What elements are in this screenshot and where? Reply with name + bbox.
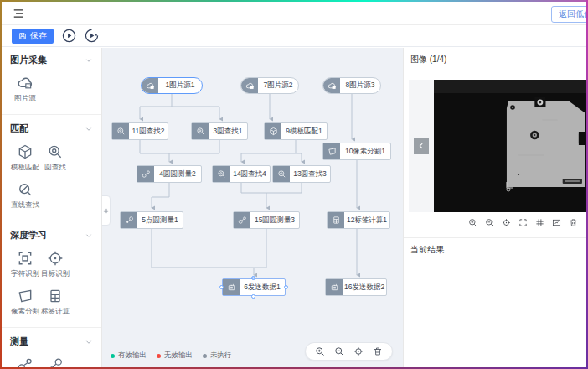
node-image-source-3[interactable]: 8图片源3 xyxy=(322,77,381,94)
circle-search-icon xyxy=(273,166,290,182)
current-results-title: 当前结果 xyxy=(410,244,444,256)
node-circle-search-1[interactable]: 3圆查找1 xyxy=(191,122,248,140)
workflow-canvas[interactable]: 1图片源1 7图片源2 8图片源3 11圆查找2 3圆查找1 9模板匹配1 10… xyxy=(102,48,403,367)
segmentation-icon xyxy=(17,288,34,304)
node-image-source-2[interactable]: 7图片源2 xyxy=(240,77,299,94)
chevron-down-icon[interactable] xyxy=(85,56,93,65)
menu-icon[interactable] xyxy=(12,8,25,19)
tool-circle-search[interactable]: 圆查找 xyxy=(41,143,70,173)
trash-icon[interactable] xyxy=(373,346,383,356)
node-circle-search-4[interactable]: 14圆查找4 xyxy=(212,165,271,183)
node-label: 5点圆测量1 xyxy=(137,212,183,228)
green-dot xyxy=(111,354,115,358)
circle-search-icon xyxy=(112,123,129,139)
tool-sidebar: 图片采集 图片源 匹配 模板匹配 xyxy=(2,48,102,367)
canvas-zoom-toolbar xyxy=(305,342,393,361)
save-label: 保存 xyxy=(30,30,47,42)
sidebar-collapse-handle[interactable] xyxy=(102,195,111,226)
image-viewer xyxy=(409,80,586,212)
node-circle-search-3[interactable]: 13圆查找3 xyxy=(272,165,331,183)
back-to-lowcode-button[interactable]: 返回低代 xyxy=(551,6,588,23)
node-label: 13圆查找3 xyxy=(290,166,330,182)
run-once-button[interactable] xyxy=(62,29,76,43)
status-legend: 有效输出 无效输出 未执行 xyxy=(111,351,232,361)
locate-icon[interactable] xyxy=(353,346,364,356)
image-panel-title: 图像 (1/4) xyxy=(410,54,446,65)
node-label: 3圆查找1 xyxy=(209,123,247,139)
grid-icon[interactable] xyxy=(535,218,544,227)
chevron-down-icon[interactable] xyxy=(85,125,93,133)
cube-icon xyxy=(17,143,34,160)
node-point-circle-measure-1[interactable]: 5点圆测量1 xyxy=(120,211,183,229)
section-matching: 匹配 模板匹配 圆查找 直线查找 xyxy=(2,117,101,219)
prev-image-button[interactable] xyxy=(414,138,429,154)
node-label: 10像素分割1 xyxy=(340,143,390,159)
node-send-data-2[interactable]: 16发送数据2 xyxy=(325,278,387,296)
node-label: 9模板匹配1 xyxy=(281,123,327,139)
section-deep-learning: 深度学习 字符识别 目标识别 像素分割 标签计算 xyxy=(2,223,101,325)
workflow-edges xyxy=(102,48,403,367)
locate-icon[interactable] xyxy=(502,218,511,227)
tool-template-match[interactable]: 模板匹配 xyxy=(11,143,39,173)
fullscreen-icon[interactable] xyxy=(518,218,528,227)
zoom-out-icon[interactable] xyxy=(485,218,494,227)
node-image-source-1[interactable]: 1图片源1 xyxy=(141,77,203,94)
tool-label-calc[interactable]: 标签计算 xyxy=(41,288,70,317)
inspection-image[interactable] xyxy=(434,80,586,212)
node-segmentation-1[interactable]: 10像素分割1 xyxy=(322,143,391,160)
legend-valid-output: 有效输出 xyxy=(111,351,147,361)
tool-point-circle-measure[interactable]: 点圆测量 xyxy=(41,356,70,367)
chevron-down-icon[interactable] xyxy=(85,338,93,346)
send-data-icon xyxy=(223,279,240,295)
fit-image-icon[interactable] xyxy=(552,218,561,227)
result-panel: 图像 (1/4) xyxy=(403,48,586,367)
node-label-calc-1[interactable]: 12标签计算1 xyxy=(327,211,390,229)
circle-search-icon xyxy=(192,123,209,139)
circle-circle-measure-icon xyxy=(137,166,154,182)
label-calc-icon xyxy=(47,288,64,304)
node-circle-search-2[interactable]: 11圆查找2 xyxy=(111,122,168,140)
node-circle-circle-measure-2[interactable]: 4圆圆测量2 xyxy=(137,165,202,183)
image-toolbar xyxy=(468,218,578,227)
node-template-match-1[interactable]: 9模板匹配1 xyxy=(264,122,328,140)
section-title: 深度学习 xyxy=(10,229,47,242)
save-button[interactable]: 保存 xyxy=(12,29,54,44)
trash-icon[interactable] xyxy=(569,218,578,227)
circle-circle-measure-icon xyxy=(234,212,250,228)
tool-circle-circle-measure[interactable]: 圆圆测量 xyxy=(11,356,39,367)
zoom-out-icon[interactable] xyxy=(334,346,344,356)
section-title: 图片采集 xyxy=(10,54,47,66)
node-send-data-1[interactable]: 6发送数据1 xyxy=(222,278,286,296)
zoom-in-icon[interactable] xyxy=(315,346,325,356)
circle-search-icon xyxy=(213,166,230,182)
node-label: 12标签计算1 xyxy=(344,212,389,228)
tool-target-detect[interactable]: 目标识别 xyxy=(41,250,70,279)
chevron-down-icon[interactable] xyxy=(85,231,93,240)
zoom-in-icon[interactable] xyxy=(468,218,477,227)
port-handle[interactable] xyxy=(251,276,255,280)
port-handle[interactable] xyxy=(251,294,255,299)
legend-invalid-output: 无效输出 xyxy=(157,351,193,361)
run-loop-button[interactable] xyxy=(85,29,99,43)
point-circle-measure-icon xyxy=(121,212,137,228)
node-label: 6发送数据1 xyxy=(240,279,285,295)
image-nav-strip xyxy=(409,80,434,212)
node-label: 7图片源2 xyxy=(258,78,298,93)
tool-image-source[interactable]: 图片源 xyxy=(11,75,39,104)
cloud-image-icon xyxy=(17,75,34,91)
node-label: 15圆圆测量3 xyxy=(250,212,299,228)
tool-line-search[interactable]: 直线查找 xyxy=(11,181,39,210)
label-calc-icon xyxy=(328,212,344,228)
node-circle-circle-measure-3[interactable]: 15圆圆测量3 xyxy=(233,211,300,229)
tool-ocr[interactable]: 字符识别 xyxy=(11,250,39,279)
target-icon xyxy=(47,250,64,267)
port-handle[interactable] xyxy=(284,285,288,289)
line-search-icon xyxy=(17,181,34,198)
tool-segmentation[interactable]: 像素分割 xyxy=(11,288,39,317)
node-label: 14圆查找4 xyxy=(230,166,270,182)
port-handle[interactable] xyxy=(219,285,224,289)
node-label: 11圆查找2 xyxy=(129,123,168,139)
legend-not-executed: 未执行 xyxy=(203,351,232,361)
cloud-image-icon xyxy=(142,78,158,93)
ocr-icon xyxy=(17,250,34,267)
